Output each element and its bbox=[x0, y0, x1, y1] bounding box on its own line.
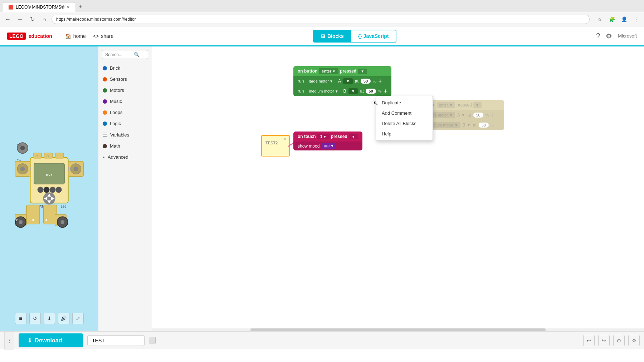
sim-fullscreen-btn[interactable]: ⤢ bbox=[72, 313, 84, 324]
button-pressed-text: pressed bbox=[340, 69, 356, 74]
blocks-panel: 🔍 Brick Sensors Motors Music Loops Logic… bbox=[98, 46, 152, 331]
home-btn[interactable]: ⌂ bbox=[39, 14, 49, 24]
download-btn[interactable]: ⬇ Download bbox=[19, 333, 83, 347]
sim-sound-btn[interactable]: 🔊 bbox=[58, 313, 69, 324]
touch-body: show mood ⊞⊟ ▼ bbox=[293, 142, 362, 150]
javascript-tab[interactable]: {} JavaScript bbox=[351, 30, 396, 42]
delete-all-blocks-menu-item[interactable]: Delete All Blocks bbox=[376, 118, 433, 129]
add-btn-2[interactable]: + bbox=[384, 88, 387, 94]
category-logic[interactable]: Logic bbox=[98, 118, 152, 129]
svg-point-39 bbox=[20, 146, 25, 150]
search-box: 🔍 bbox=[102, 50, 148, 59]
tab-close-btn[interactable]: ✕ bbox=[67, 5, 70, 10]
port-B-slot[interactable]: ▼ bbox=[348, 88, 358, 94]
share-nav-item[interactable]: <> share bbox=[93, 33, 113, 39]
expand-sidebar-btn[interactable]: ⋮ bbox=[4, 332, 14, 349]
lego-logo: LEGO education bbox=[7, 33, 52, 40]
category-sensors[interactable]: Sensors bbox=[98, 74, 152, 85]
math-color-dot bbox=[103, 144, 107, 148]
robot-display: EV3 EV3 169 C D bbox=[4, 54, 95, 307]
sim-restart-btn[interactable]: ↺ bbox=[29, 313, 41, 324]
svg-rect-16 bbox=[55, 153, 64, 158]
refresh-btn[interactable]: ↻ bbox=[27, 14, 37, 24]
active-tab[interactable]: 🟥 LEGO® MINDSTORMS® ✕ bbox=[3, 2, 75, 12]
scrollbar-thumb[interactable] bbox=[250, 328, 546, 331]
help-btn[interactable]: ? bbox=[596, 32, 600, 40]
medium-motor-slot[interactable]: medium motor ▼ bbox=[306, 88, 341, 94]
help-menu-item[interactable]: Help bbox=[376, 129, 433, 139]
button-event-block[interactable]: on button enter ▼ pressed ▼ bbox=[293, 66, 391, 76]
bottom-settings-btn[interactable]: ⚙ bbox=[628, 335, 640, 346]
category-math[interactable]: Math bbox=[98, 140, 152, 152]
svg-point-5 bbox=[50, 187, 56, 193]
canvas-area: on button enter ▼ pressed ▼ run large mo… bbox=[152, 46, 644, 331]
svg-text:C: C bbox=[35, 154, 38, 158]
math-label: Math bbox=[110, 143, 120, 149]
variables-label: Variables bbox=[110, 132, 129, 138]
header-nav: 🏠 home <> share bbox=[65, 33, 113, 39]
blocks-icon: ⊞ bbox=[321, 33, 325, 39]
home-nav-item[interactable]: 🏠 home bbox=[65, 33, 86, 39]
project-name-input[interactable] bbox=[87, 335, 145, 346]
javascript-tab-label: {} JavaScript bbox=[358, 33, 389, 39]
touch-pressed-text: pressed bbox=[331, 134, 347, 139]
extensions-btn[interactable]: 🧩 bbox=[607, 14, 617, 24]
rename-project-btn[interactable]: ⬜ bbox=[149, 337, 156, 344]
add-comment-menu-item[interactable]: Add Comment bbox=[376, 108, 433, 118]
undo-btn[interactable]: ↩ bbox=[583, 335, 595, 346]
forward-btn[interactable]: → bbox=[15, 14, 25, 24]
svg-text:D: D bbox=[47, 154, 49, 158]
touch-pressed-slot[interactable]: ▼ bbox=[349, 134, 358, 139]
bookmark-btn[interactable]: ☆ bbox=[595, 14, 605, 24]
sim-controls: ■ ↺ ⬇ 🔊 ⤢ bbox=[15, 313, 84, 324]
percent-1: % bbox=[373, 79, 376, 83]
sim-download-sim-btn[interactable]: ⬇ bbox=[44, 313, 55, 324]
speed-50-1[interactable]: 50 bbox=[361, 79, 371, 84]
add-btn-1[interactable]: + bbox=[379, 78, 382, 84]
pressed-dropdown-arrow: ▼ bbox=[361, 69, 364, 73]
svg-text:3: 3 bbox=[32, 218, 34, 222]
touch-event-container: on touch 1 ▼ pressed ▼ show mood ⊞⊟ ▼ bbox=[293, 132, 362, 150]
svg-text:2: 2 bbox=[16, 218, 18, 222]
ghost-pressed-text: pressed bbox=[457, 103, 472, 108]
svg-text:169: 169 bbox=[60, 204, 66, 208]
svg-point-6 bbox=[56, 187, 62, 193]
duplicate-menu-item[interactable]: Duplicate bbox=[376, 98, 433, 108]
menu-btn[interactable]: ⋮ bbox=[631, 14, 641, 24]
category-music[interactable]: Music bbox=[98, 96, 152, 107]
touch-num-slot[interactable]: 1 ▼ bbox=[317, 134, 330, 139]
blocks-tab[interactable]: ⊞ Blocks bbox=[314, 30, 351, 42]
profile-btn[interactable]: 👤 bbox=[619, 14, 629, 24]
microsoft-logo: Microsoft bbox=[618, 33, 637, 39]
music-label: Music bbox=[110, 99, 122, 104]
touch-event-block[interactable]: on touch 1 ▼ pressed ▼ bbox=[293, 132, 362, 142]
at-label-2: at bbox=[360, 89, 364, 94]
new-tab-btn[interactable]: + bbox=[75, 1, 86, 12]
category-brick[interactable]: Brick bbox=[98, 63, 152, 74]
motor-row-1: run large motor ▼ A ▼ at 50 % + bbox=[293, 76, 391, 86]
settings-btn[interactable]: ⚙ bbox=[606, 32, 612, 40]
redo-btn[interactable]: ↪ bbox=[598, 335, 610, 346]
button-pressed-slot[interactable]: ▼ bbox=[358, 69, 367, 74]
large-motor-slot[interactable]: large motor ▼ bbox=[306, 78, 336, 84]
back-btn[interactable]: ← bbox=[3, 14, 13, 24]
note-text: TEST2 bbox=[265, 141, 278, 145]
category-variables[interactable]: ☰ Variables bbox=[98, 129, 152, 140]
zoom-btn[interactable]: ⊙ bbox=[613, 335, 625, 346]
category-motors[interactable]: Motors bbox=[98, 85, 152, 96]
address-bar[interactable] bbox=[52, 15, 590, 24]
port-B-label: B bbox=[343, 89, 346, 94]
horizontal-scrollbar[interactable] bbox=[152, 328, 644, 331]
button-enter-slot[interactable]: enter ▼ bbox=[319, 68, 338, 74]
loops-label: Loops bbox=[110, 110, 122, 115]
search-input[interactable] bbox=[105, 52, 134, 57]
sim-stop-btn[interactable]: ■ bbox=[15, 313, 26, 324]
port-A-slot[interactable]: ▼ bbox=[343, 78, 353, 84]
note-close-btn[interactable]: ✕ bbox=[284, 137, 287, 142]
category-advanced[interactable]: ▸ Advanced bbox=[98, 152, 152, 163]
mood-slot[interactable]: ⊞⊟ ▼ bbox=[322, 143, 336, 149]
svg-text:4: 4 bbox=[45, 218, 48, 222]
simulator-panel: EV3 EV3 169 C D bbox=[0, 46, 98, 331]
category-loops[interactable]: Loops bbox=[98, 107, 152, 118]
speed-50-2[interactable]: 50 bbox=[366, 89, 376, 94]
